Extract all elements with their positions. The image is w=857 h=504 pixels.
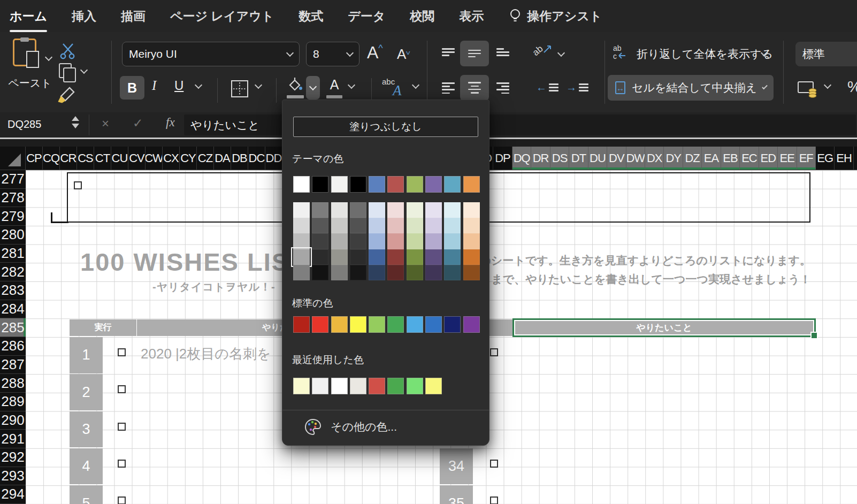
row-header-cell[interactable]: 281 xyxy=(0,245,26,263)
align-top-button[interactable] xyxy=(442,48,455,56)
recent-color-swatch[interactable] xyxy=(312,378,328,394)
column-header-cell-selected[interactable]: EC xyxy=(740,147,759,170)
theme-color-swatch[interactable] xyxy=(369,249,385,265)
text-effects-chevron-icon[interactable] xyxy=(412,81,419,89)
theme-color-swatch[interactable] xyxy=(463,233,480,249)
wrap-text-button[interactable]: 折り返して全体を表示する xyxy=(637,47,773,62)
column-header-cell[interactable]: CZ xyxy=(197,147,214,170)
row-header-cell[interactable]: 293 xyxy=(0,467,26,486)
theme-color-swatch[interactable] xyxy=(387,218,404,233)
theme-color-swatch[interactable] xyxy=(463,249,480,265)
select-all-corner[interactable] xyxy=(0,147,26,170)
theme-color-swatch[interactable] xyxy=(293,233,310,249)
item-number-cell[interactable]: 3 xyxy=(70,411,103,448)
theme-color-swatch[interactable] xyxy=(387,176,404,193)
checkbox[interactable] xyxy=(118,423,126,431)
column-header-cell-selected[interactable]: EA xyxy=(702,147,721,170)
theme-color-swatch[interactable] xyxy=(293,265,310,280)
theme-color-swatch[interactable] xyxy=(312,218,328,233)
bold-button[interactable]: B xyxy=(120,76,144,100)
copy-chevron-icon[interactable] xyxy=(80,66,88,74)
align-bottom-button[interactable] xyxy=(496,48,509,56)
fill-color-button[interactable] xyxy=(287,77,304,98)
item-number-cell[interactable]: 4 xyxy=(70,448,103,485)
standard-color-swatch[interactable] xyxy=(387,316,404,333)
theme-color-swatch[interactable] xyxy=(463,202,480,218)
theme-color-swatch[interactable] xyxy=(444,249,461,265)
theme-color-swatch[interactable] xyxy=(407,249,423,265)
column-header-cell-selected[interactable]: DR xyxy=(531,147,550,170)
item-number-cell[interactable]: 34 xyxy=(440,448,473,485)
recent-color-swatch[interactable] xyxy=(425,378,442,394)
theme-color-swatch[interactable] xyxy=(331,265,348,280)
enter-icon[interactable]: ✓ xyxy=(133,116,143,131)
number-format-select[interactable]: 標準 xyxy=(795,42,857,66)
theme-color-swatch[interactable] xyxy=(312,202,328,218)
column-header-cell[interactable]: CQ xyxy=(43,147,60,170)
align-center-button[interactable] xyxy=(460,75,489,101)
align-right-button[interactable] xyxy=(496,82,509,94)
increase-font-size-button[interactable]: A^ xyxy=(367,43,383,63)
standard-color-swatch[interactable] xyxy=(444,316,461,333)
column-header-cell[interactable]: CY xyxy=(180,147,197,170)
row-header-cell[interactable]: 282 xyxy=(0,263,26,281)
theme-color-swatch[interactable] xyxy=(444,233,461,249)
ribbon-tab[interactable]: 操作アシスト xyxy=(508,8,602,25)
font-name-select[interactable]: Meiryo UI xyxy=(122,42,300,66)
row-header-cell[interactable]: 283 xyxy=(0,281,26,300)
row-header-cell[interactable]: 280 xyxy=(0,226,26,245)
borders-button[interactable] xyxy=(230,79,249,98)
fx-icon[interactable]: fx xyxy=(166,116,175,129)
column-header-cell-selected[interactable]: DZ xyxy=(683,147,702,170)
theme-color-swatch[interactable] xyxy=(444,202,461,218)
theme-color-swatch[interactable] xyxy=(425,265,442,280)
row-header-cell[interactable]: 288 xyxy=(0,374,26,393)
recent-color-swatch[interactable] xyxy=(387,378,404,394)
ribbon-tab[interactable]: ページ レイアウト xyxy=(170,8,274,25)
column-header-cell-selected[interactable]: DV xyxy=(607,147,626,170)
spinner-down-icon[interactable] xyxy=(72,124,79,128)
column-header-cell[interactable]: CP xyxy=(26,147,43,170)
theme-color-swatch[interactable] xyxy=(387,202,404,218)
row-header-cell[interactable]: 285 xyxy=(0,318,26,337)
theme-color-swatch[interactable] xyxy=(350,202,366,218)
theme-color-swatch[interactable] xyxy=(444,218,461,233)
column-header-cell[interactable]: DP xyxy=(493,147,512,170)
underline-button[interactable]: U xyxy=(174,78,183,93)
standard-color-swatch[interactable] xyxy=(331,316,348,333)
theme-color-swatch[interactable] xyxy=(312,233,328,249)
theme-color-swatch[interactable] xyxy=(350,265,366,280)
align-left-button[interactable] xyxy=(442,82,455,94)
italic-button[interactable]: I xyxy=(152,78,156,93)
exec-column-header[interactable]: 実行 xyxy=(70,319,136,336)
theme-color-swatch[interactable] xyxy=(350,233,366,249)
column-header-cell-selected[interactable]: DX xyxy=(645,147,664,170)
percent-style-button[interactable]: % xyxy=(847,78,857,96)
theme-color-swatch[interactable] xyxy=(293,218,310,233)
checkbox[interactable] xyxy=(490,460,498,468)
recent-color-swatch[interactable] xyxy=(331,378,348,394)
recent-color-swatch[interactable] xyxy=(407,378,423,394)
theme-color-swatch[interactable] xyxy=(312,249,328,265)
theme-color-swatch[interactable] xyxy=(387,249,404,265)
theme-color-swatch[interactable] xyxy=(331,218,348,233)
row-header-cell[interactable]: 291 xyxy=(0,430,26,448)
theme-color-swatch[interactable] xyxy=(312,176,328,193)
row-header-cell[interactable]: 278 xyxy=(0,189,26,208)
borders-chevron-icon[interactable] xyxy=(255,81,262,89)
increase-indent-button[interactable]: → xyxy=(566,81,588,94)
column-header-cell[interactable]: CS xyxy=(77,147,94,170)
row-header-cell[interactable]: 277 xyxy=(0,170,26,189)
standard-color-swatch[interactable] xyxy=(407,316,423,333)
theme-color-swatch[interactable] xyxy=(407,233,423,249)
fill-handle[interactable] xyxy=(810,332,818,339)
column-header-cell-selected[interactable]: EE xyxy=(778,147,797,170)
font-size-select[interactable]: 8 xyxy=(306,42,359,66)
theme-color-swatch[interactable] xyxy=(369,218,385,233)
theme-color-swatch[interactable] xyxy=(444,176,461,193)
column-header-cell[interactable]: EI xyxy=(854,147,857,170)
standard-color-swatch[interactable] xyxy=(293,316,310,333)
standard-color-swatch[interactable] xyxy=(369,316,385,333)
theme-color-swatch[interactable] xyxy=(293,176,310,193)
column-header-cell[interactable]: DB xyxy=(231,147,248,170)
